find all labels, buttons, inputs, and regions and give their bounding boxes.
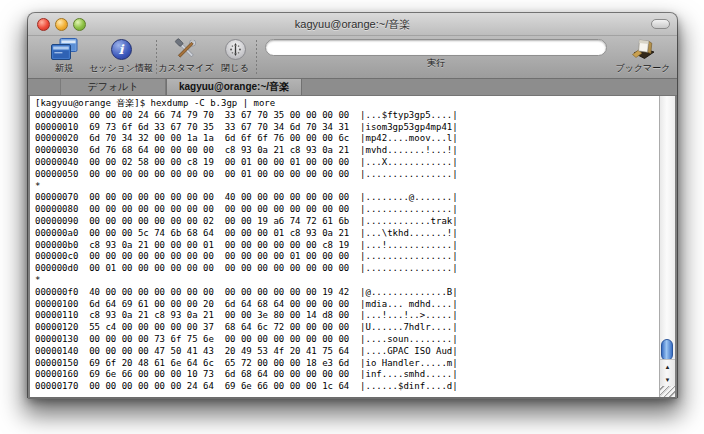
terminal-line: 000000a0 00 00 00 5c 74 6b 68 64 00 00 0… xyxy=(35,228,659,240)
tab-session[interactable]: kagyuu@orange:~/音楽 xyxy=(166,79,302,95)
terminal-line: 00000010 69 73 6f 6d 33 67 70 35 33 67 7… xyxy=(35,122,659,134)
terminal-line: * xyxy=(35,275,659,287)
tab-bar: デフォルト kagyuu@orange:~/音楽 xyxy=(28,79,677,96)
bookmark-button[interactable]: ブックマーク xyxy=(615,37,671,75)
terminal-line: * xyxy=(35,181,659,193)
terminal-window: kagyuu@orange:~/音楽 新規 xyxy=(28,13,677,397)
terminal-line: [kagyuu@orange 音楽]$ hexdump -C b.3gp | m… xyxy=(35,98,659,110)
close-session-label: 閉じる xyxy=(221,62,248,75)
command-field-label: 実行 xyxy=(427,57,445,70)
terminal-output[interactable]: [kagyuu@orange 音楽]$ hexdump -C b.3gp | m… xyxy=(30,96,659,397)
tools-icon xyxy=(174,37,198,61)
info-icon: i xyxy=(111,37,132,61)
terminal-line: 00000160 69 6e 66 00 00 00 10 73 6d 68 6… xyxy=(35,369,659,381)
terminal-line: 000000d0 00 01 00 00 00 00 00 00 00 00 0… xyxy=(35,263,659,275)
toolbar-separator xyxy=(156,40,157,75)
new-terminal-icon xyxy=(51,37,78,61)
terminal-line: 00000120 55 c4 00 00 00 00 00 37 68 64 6… xyxy=(35,322,659,334)
tab-session-label: kagyuu@orange:~/音楽 xyxy=(179,80,289,94)
terminal-line: 00000140 00 00 00 00 47 50 41 43 20 49 5… xyxy=(35,346,659,358)
terminal-line: 00000110 c8 93 0a 21 c8 93 0a 21 00 00 3… xyxy=(35,310,659,322)
terminal-line: 000000f0 40 00 00 00 00 00 00 00 00 00 0… xyxy=(35,287,659,299)
toolbar: 新規 i セッション情報 xyxy=(28,36,677,79)
terminal-line: 00000040 00 00 02 58 00 00 c8 19 00 01 0… xyxy=(35,157,659,169)
desktop: kagyuu@orange:~/音楽 新規 xyxy=(0,0,704,434)
close-session-button[interactable]: 閉じる xyxy=(214,37,256,75)
terminal-line: 00000100 6d 64 69 61 00 00 00 20 6d 64 6… xyxy=(35,299,659,311)
terminal-line: 00000130 00 00 00 00 73 6f 75 6e 00 00 0… xyxy=(35,334,659,346)
new-session-label: 新規 xyxy=(55,62,73,75)
bookmark-icon xyxy=(630,37,657,61)
command-field-group: 実行 xyxy=(265,39,607,70)
vertical-scrollbar[interactable]: ▲ ▼ xyxy=(659,96,675,397)
customize-button[interactable]: カスタマイズ xyxy=(158,37,214,75)
terminal-line: 00000020 6d 70 34 32 00 00 1a 1a 6d 6f 6… xyxy=(35,133,659,145)
session-info-label: セッション情報 xyxy=(89,62,153,75)
toolbar-separator xyxy=(256,40,257,75)
terminal-line: 000000c0 00 00 00 00 00 00 00 00 00 00 0… xyxy=(35,251,659,263)
terminal-line: 00000150 69 6f 20 48 61 6e 64 6c 65 72 0… xyxy=(35,358,659,370)
tab-default[interactable]: デフォルト xyxy=(60,79,166,95)
terminal-line: 00000050 00 00 00 00 00 00 00 00 00 01 0… xyxy=(35,169,659,181)
terminal-content: [kagyuu@orange 音楽]$ hexdump -C b.3gp | m… xyxy=(28,96,677,399)
bookmark-label: ブックマーク xyxy=(615,62,670,75)
scroll-up-button[interactable]: ▲ xyxy=(660,359,675,373)
new-session-button[interactable]: 新規 xyxy=(42,37,86,75)
close-session-icon xyxy=(225,37,246,61)
tab-default-label: デフォルト xyxy=(87,80,138,94)
terminal-line: 000000b0 c8 93 0a 21 00 00 00 01 00 00 0… xyxy=(35,240,659,252)
terminal-line: 00000070 00 00 00 00 00 00 00 00 40 00 0… xyxy=(35,192,659,204)
resize-grip[interactable] xyxy=(660,386,675,397)
terminal-line: 00000000 00 00 00 24 66 74 79 70 33 67 7… xyxy=(35,110,659,122)
scrollbar-thumb[interactable] xyxy=(661,339,673,361)
titlebar[interactable]: kagyuu@orange:~/音楽 xyxy=(28,13,677,36)
scroll-down-button[interactable]: ▼ xyxy=(660,373,675,386)
toolbar-toggle-button[interactable] xyxy=(651,19,670,29)
terminal-line: 00000090 00 00 00 00 00 00 00 02 00 00 1… xyxy=(35,216,659,228)
terminal-line: 00000170 00 00 00 00 00 00 24 64 69 6e 6… xyxy=(35,381,659,393)
customize-label: カスタマイズ xyxy=(158,62,213,75)
terminal-line: 00000030 6d 76 68 64 00 00 00 00 c8 93 0… xyxy=(35,145,659,157)
window-title: kagyuu@orange:~/音楽 xyxy=(28,17,677,32)
session-info-button[interactable]: i セッション情報 xyxy=(86,37,156,75)
command-input[interactable] xyxy=(265,39,607,56)
terminal-line: 00000080 00 00 00 00 00 00 00 00 00 00 0… xyxy=(35,204,659,216)
